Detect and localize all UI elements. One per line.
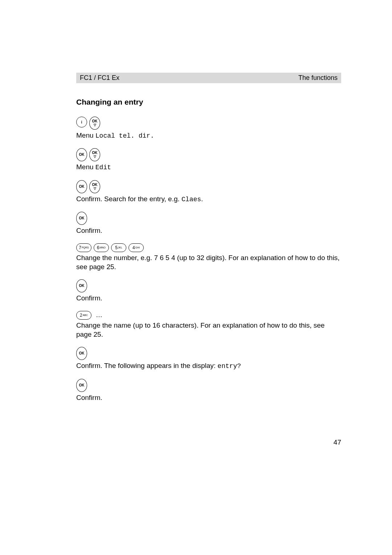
step-2: OK OK ▽ Menu Edit: [76, 148, 341, 172]
step-6-text: Confirm.: [76, 294, 341, 303]
step-5-buttons: 7PQRS 6MNO 5JKL 4GHI: [76, 243, 341, 252]
step-1-text: Menu Local tel. dir.: [76, 131, 341, 140]
step-3: OK OK ▽ Confirm. Search for the entry, e…: [76, 180, 341, 204]
ok-down-button-icon: OK ▽: [89, 117, 100, 130]
step-8-buttons: OK: [76, 347, 341, 360]
step-8: OK Confirm. The following appears in the…: [76, 347, 341, 370]
step-1-buttons: i OK ▽: [76, 117, 341, 130]
step-4-buttons: OK: [76, 212, 341, 225]
key-2-icon: 2ABC: [76, 311, 91, 320]
ok-button-icon: OK: [76, 379, 87, 392]
ok-button-icon: OK: [76, 347, 87, 360]
step-9: OK Confirm.: [76, 379, 341, 402]
header-bar: FC1 / FC1 Ex The functions: [76, 73, 341, 83]
step-6-buttons: OK: [76, 279, 341, 292]
header-left: FC1 / FC1 Ex: [80, 74, 119, 82]
step-7-text: Change the name (up to 16 characters). F…: [76, 321, 341, 339]
ok-down-button-icon: OK ▽: [89, 180, 100, 193]
header-right: The functions: [298, 74, 338, 82]
step-6: OK Confirm.: [76, 279, 341, 303]
step-3-buttons: OK OK ▽: [76, 180, 341, 193]
step-7-buttons: 2ABC …: [76, 311, 341, 320]
step-2-text: Menu Edit: [76, 163, 341, 172]
step-7: 2ABC … Change the name (up to 16 charact…: [76, 311, 341, 339]
step-9-buttons: OK: [76, 379, 341, 392]
step-4: OK Confirm.: [76, 212, 341, 235]
key-6-icon: 6MNO: [94, 243, 109, 252]
page: FC1 / FC1 Ex The functions Changing an e…: [0, 0, 392, 475]
step-2-buttons: OK OK ▽: [76, 148, 341, 161]
key-5-icon: 5JKL: [111, 243, 126, 252]
section-title: Changing an entry: [76, 98, 341, 106]
step-8-text: Confirm. The following appears in the di…: [76, 361, 341, 370]
ok-button-icon: OK: [76, 279, 87, 292]
i-button-icon: i: [76, 117, 87, 127]
step-9-text: Confirm.: [76, 393, 341, 402]
page-number: 47: [76, 438, 341, 446]
step-5-text: Change the number, e.g. 7 6 5 4 (up to 3…: [76, 254, 341, 271]
ok-button-icon: OK: [76, 212, 87, 225]
step-5: 7PQRS 6MNO 5JKL 4GHI Change the number, …: [76, 243, 341, 271]
ok-button-icon: OK: [76, 148, 87, 161]
step-3-text: Confirm. Search for the entry, e.g. Clae…: [76, 195, 341, 204]
ok-button-icon: OK: [76, 180, 87, 193]
ellipsis-icon: …: [96, 311, 102, 319]
step-4-text: Confirm.: [76, 226, 341, 235]
key-4-icon: 4GHI: [128, 243, 144, 252]
step-1: i OK ▽ Menu Local tel. dir.: [76, 117, 341, 140]
ok-down-button-icon: OK ▽: [89, 148, 100, 161]
key-7-icon: 7PQRS: [76, 243, 91, 252]
